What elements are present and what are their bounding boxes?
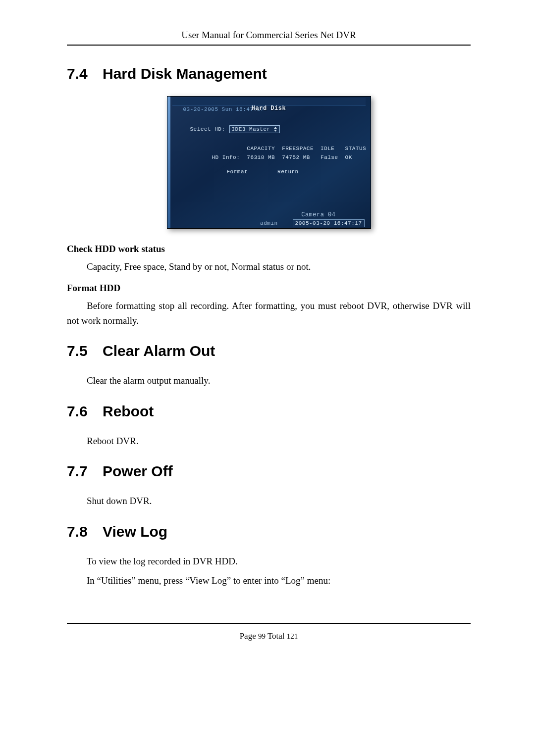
section-title: View Log <box>103 523 167 540</box>
cell-idle: False <box>321 153 344 161</box>
cell-capacity: 76318 MB <box>247 153 281 161</box>
subheading-check-hdd: Check HDD work status <box>67 244 471 254</box>
cell-freespace: 74752 MB <box>282 153 320 161</box>
heading-clear-alarm-out: 7.5Clear Alarm Out <box>67 343 471 359</box>
cell-status: OK <box>345 153 371 161</box>
section-number: 7.5 <box>67 343 103 359</box>
section-title: Reboot <box>103 403 154 419</box>
footer-mid: Total <box>266 631 287 641</box>
dvr-dialog-title: Hard Disk <box>252 105 286 112</box>
table-header-row: CAPACITY FREESPACE IDLE STATUS <box>212 145 371 152</box>
status-user: admin <box>260 220 278 226</box>
status-timestamp: 2005-03-20 16:47:17 <box>293 219 365 227</box>
row-label: HD Info: <box>212 153 246 161</box>
col-capacity: CAPACITY <box>247 145 281 152</box>
section-number: 7.8 <box>67 523 103 540</box>
table-row: HD Info: 76318 MB 74752 MB False OK <box>212 153 371 161</box>
heading-power-off: 7.7Power Off <box>67 463 471 480</box>
section-number: 7.6 <box>67 403 103 420</box>
section-number: 7.7 <box>67 463 103 480</box>
body-view-log-2: In “Utilities” menu, press “View Log” to… <box>67 573 471 588</box>
footer-page-num: 99 <box>258 632 266 640</box>
format-button[interactable]: Format <box>227 169 248 175</box>
heading-view-log: 7.8View Log <box>67 523 471 540</box>
body-format-hdd: Before formatting stop all recording. Af… <box>67 299 471 328</box>
col-status: STATUS <box>345 145 371 152</box>
select-hd-label: Select HD: <box>190 126 225 132</box>
select-hd-dropdown[interactable]: IDE3 Master <box>229 125 280 133</box>
page-header: User Manual for Commercial Series Net DV… <box>67 30 471 46</box>
camera-label: Camera 04 <box>301 211 335 218</box>
subheading-format-hdd: Format HDD <box>67 283 471 294</box>
body-view-log-1: To view the log recorded in DVR HDD. <box>67 554 471 568</box>
return-button[interactable]: Return <box>277 169 299 175</box>
footer-total: 121 <box>287 632 298 640</box>
body-clear-alarm: Clear the alarm output manually. <box>67 373 471 388</box>
section-title: Hard Disk Management <box>103 65 267 82</box>
chevron-down-icon <box>274 130 277 132</box>
dvr-topbar <box>172 98 366 105</box>
page-footer: Page 99 Total 121 <box>67 623 471 641</box>
footer-prefix: Page <box>240 631 258 641</box>
section-title: Power Off <box>103 463 173 479</box>
heading-hard-disk-management: 7.4Hard Disk Management <box>67 65 471 82</box>
dvr-screenshot: 03-20-2005 Sun 16:47:17 Hard Disk Select… <box>67 96 471 229</box>
hd-info-table: CAPACITY FREESPACE IDLE STATUS HD Info: … <box>211 144 371 162</box>
section-number: 7.4 <box>67 65 103 82</box>
spinner-icon[interactable] <box>274 127 278 132</box>
col-idle: IDLE <box>321 145 344 152</box>
body-check-hdd: Capacity, Free space, Stand by or not, N… <box>67 259 471 274</box>
chevron-up-icon <box>274 127 277 129</box>
dvr-screen: 03-20-2005 Sun 16:47:17 Hard Disk Select… <box>167 96 371 229</box>
heading-reboot: 7.6Reboot <box>67 403 471 420</box>
body-power-off: Shut down DVR. <box>67 494 471 508</box>
section-title: Clear Alarm Out <box>103 343 215 359</box>
body-reboot: Reboot DVR. <box>67 434 471 448</box>
col-freespace: FREESPACE <box>282 145 320 152</box>
select-hd-row: Select HD: IDE3 Master <box>190 125 280 133</box>
select-hd-value: IDE3 Master <box>232 126 270 132</box>
